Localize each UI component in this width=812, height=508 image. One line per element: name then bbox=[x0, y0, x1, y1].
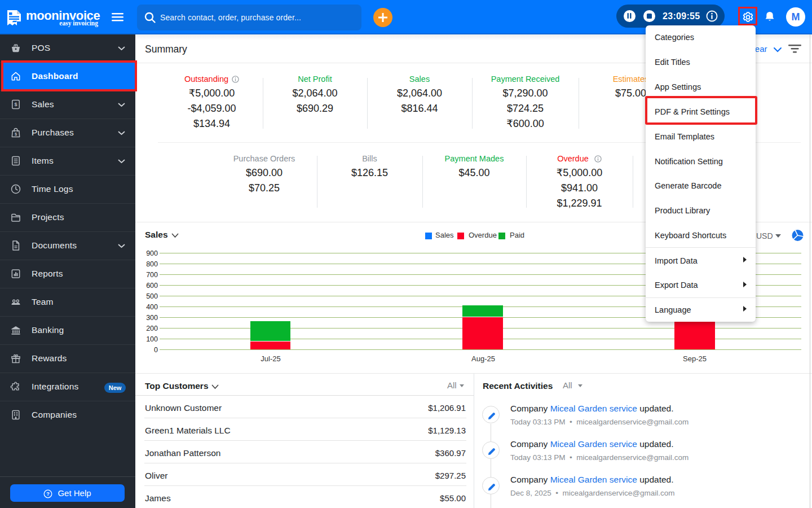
svg-text:$: $ bbox=[15, 132, 17, 137]
svg-text:?: ? bbox=[47, 491, 50, 497]
svg-text:$: $ bbox=[14, 102, 17, 107]
